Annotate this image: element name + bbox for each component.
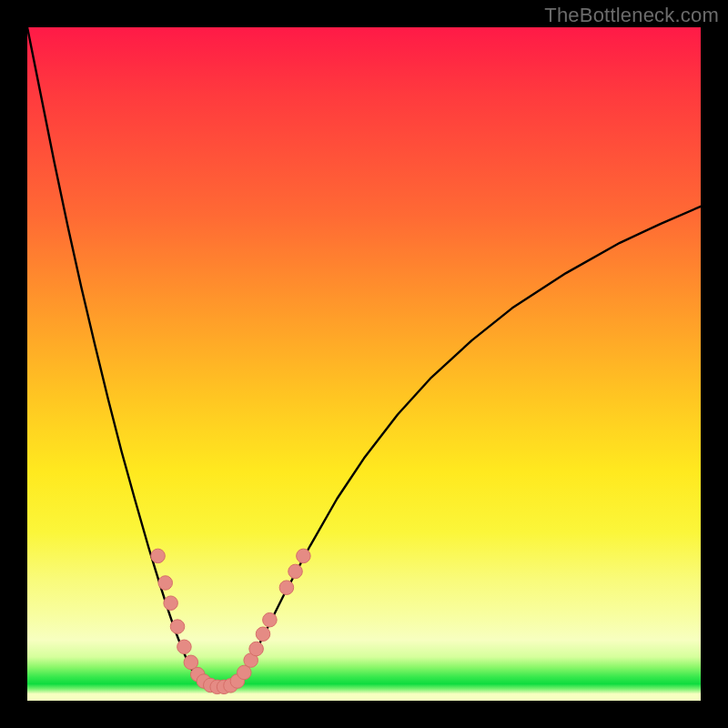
highlight-dot [177, 640, 192, 654]
chart-svg [27, 27, 701, 701]
highlight-dot [288, 564, 303, 579]
highlight-dot [249, 642, 264, 656]
highlight-dot [170, 620, 185, 634]
highlight-dot [263, 612, 278, 627]
highlight-dot [151, 549, 166, 563]
plot-area [27, 27, 701, 701]
bottleneck-curve [27, 27, 701, 688]
highlight-dot [164, 596, 178, 611]
highlight-dot [256, 627, 270, 642]
highlight-dots [151, 549, 310, 693]
watermark-text: TheBottleneck.com [544, 4, 719, 27]
chart-frame: TheBottleneck.com [0, 0, 728, 728]
highlight-dot [158, 576, 173, 591]
highlight-dot [279, 581, 294, 595]
highlight-dot [297, 549, 311, 563]
